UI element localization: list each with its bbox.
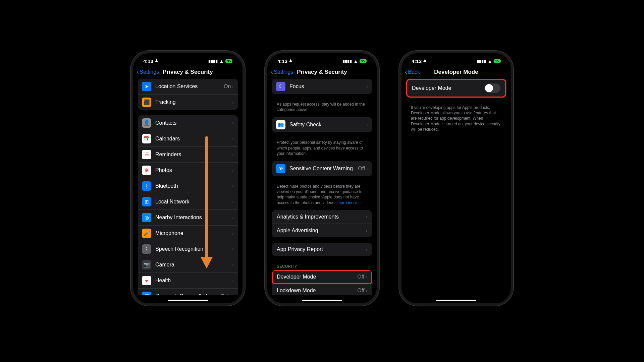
row-apple-advertising[interactable]: Apple Advertising› <box>272 224 372 237</box>
signal-icon: ▮▮▮▮ <box>342 59 352 64</box>
row-microphone[interactable]: 🎤Microphone› <box>138 226 238 241</box>
tracking-icon: ⬛ <box>142 98 151 107</box>
chevron-right-icon: › <box>232 199 234 204</box>
group-security: Developer ModeOff›Lockdown ModeOff› <box>272 270 372 295</box>
row-health[interactable]: ♥Health› <box>138 273 238 289</box>
row-label: Calendars <box>155 136 232 142</box>
row-lockdown-mode[interactable]: Lockdown ModeOff› <box>272 284 372 295</box>
row-developer-mode-toggle[interactable]: Developer Mode <box>407 80 505 97</box>
row-developer-mode[interactable]: Developer ModeOff› <box>272 270 372 284</box>
chevron-right-icon: › <box>366 228 367 233</box>
row-label: Tracking <box>155 99 232 105</box>
group-location: ➤Location ServicesOn›⬛Tracking› <box>138 79 238 110</box>
row-reminders[interactable]: ☰Reminders› <box>138 147 238 163</box>
chevron-right-icon: › <box>232 100 234 105</box>
row-location-services[interactable]: ➤Location ServicesOn› <box>138 79 238 95</box>
home-indicator[interactable] <box>302 300 342 301</box>
chevron-right-icon: › <box>232 120 234 126</box>
back-button[interactable]: ‹ Back <box>405 68 420 76</box>
row-local-network[interactable]: ⊞Local Network› <box>138 194 238 210</box>
battery-icon[interactable]: 95 <box>360 59 367 63</box>
row-analytics-improvements[interactable]: Analytics & Improvements› <box>272 210 372 224</box>
chevron-right-icon: › <box>366 247 367 252</box>
row-focus[interactable]: ☾ Focus › <box>272 79 372 94</box>
row-value: Off <box>357 274 364 280</box>
screen-content[interactable]: ➤Location ServicesOn›⬛Tracking› 👤Contact… <box>133 79 243 295</box>
row-sensitive-content[interactable]: 👁 Sensitive Content Warning Off › <box>272 161 372 176</box>
row-label: Apple Advertising <box>277 228 366 234</box>
row-label: Safety Check <box>289 122 366 128</box>
signal-icon: ▮▮▮▮ <box>477 59 486 64</box>
row-label: Sensitive Content Warning <box>289 166 358 172</box>
chevron-left-icon: ‹ <box>271 68 273 76</box>
chevron-right-icon: › <box>366 122 368 127</box>
wifi-icon: ▲ <box>219 59 224 64</box>
home-indicator[interactable] <box>168 300 208 301</box>
row-label: Speech Recognition <box>155 246 232 252</box>
nav-bar: ‹ Settings Privacy & Security <box>267 66 377 79</box>
back-button[interactable]: ‹ Settings <box>271 68 293 76</box>
eye-icon: 👁 <box>276 164 285 173</box>
chevron-right-icon: › <box>366 214 367 220</box>
photos-icon: ❀ <box>142 166 151 175</box>
screen-content[interactable]: ☾ Focus › As apps request access, they w… <box>267 79 377 295</box>
row-label: Camera <box>155 262 232 268</box>
row-app-privacy-report[interactable]: App Privacy Report › <box>272 243 372 256</box>
chevron-right-icon: › <box>366 166 368 171</box>
row-photos[interactable]: ❀Photos› <box>138 163 238 178</box>
learn-more-link[interactable]: Learn more… <box>336 200 361 205</box>
group-focus: ☾ Focus › <box>272 79 372 94</box>
chevron-right-icon: › <box>366 84 368 89</box>
dynamic-island <box>438 57 475 67</box>
chevron-right-icon: › <box>366 274 367 280</box>
group-sensitive: 👁 Sensitive Content Warning Off › <box>272 161 372 176</box>
nav-bar: ‹ Back Developer Mode <box>401 66 511 79</box>
row-label: Contacts <box>155 120 232 126</box>
back-label: Settings <box>274 69 293 75</box>
home-indicator[interactable] <box>436 300 476 301</box>
row-label: Nearby Interactions <box>155 215 232 221</box>
research-sensor-usage-data-icon: ☰ <box>142 292 151 295</box>
row-camera[interactable]: 📷Camera› <box>138 257 238 273</box>
footnote-focus: As apps request access, they will be add… <box>272 100 372 117</box>
row-label: App Privacy Report <box>277 246 366 252</box>
row-nearby-interactions[interactable]: ◎Nearby Interactions› <box>138 210 238 226</box>
developer-mode-toggle[interactable] <box>484 83 500 93</box>
row-calendars[interactable]: 📅Calendars› <box>138 131 238 147</box>
wifi-icon: ▲ <box>488 59 492 64</box>
location-arrow-icon: ➤ <box>287 57 295 65</box>
group-safety: 👥 Safety Check › <box>272 117 372 132</box>
reminders-icon: ☰ <box>142 150 151 159</box>
footnote-sensitive: Detect nude photos and videos before the… <box>272 182 372 210</box>
chevron-right-icon: › <box>232 152 234 157</box>
phone-3: 4:13 ➤ ▮▮▮▮ ▲ 95 ‹ Back Developer Mode D… <box>399 51 513 306</box>
toggle-knob <box>485 84 493 92</box>
chevron-right-icon: › <box>232 215 234 220</box>
row-label: Reminders <box>155 152 232 158</box>
row-label: Lockdown Mode <box>277 288 357 294</box>
battery-icon[interactable]: 95 <box>225 59 232 63</box>
nearby-interactions-icon: ◎ <box>142 213 151 222</box>
status-time: 4:13 <box>412 58 422 64</box>
page-title: Developer Mode <box>406 69 506 75</box>
row-bluetooth[interactable]: ᛒBluetooth› <box>138 178 238 194</box>
chevron-right-icon: › <box>232 262 234 267</box>
screen-content[interactable]: Developer Mode If you're developing apps… <box>401 79 511 295</box>
group-app-permissions: 👤Contacts›📅Calendars›☰Reminders›❀Photos›… <box>138 115 238 295</box>
row-speech-recognition[interactable]: ⌇Speech Recognition› <box>138 241 238 257</box>
row-safety-check[interactable]: 👥 Safety Check › <box>272 117 372 132</box>
row-label: Focus <box>289 83 366 89</box>
chevron-right-icon: › <box>232 84 234 89</box>
row-research-sensor-usage-data[interactable]: ☰Research Sensor & Usage Data› <box>138 289 238 295</box>
chevron-right-icon: › <box>232 231 234 236</box>
back-button[interactable]: ‹ Settings <box>137 68 159 76</box>
row-tracking[interactable]: ⬛Tracking› <box>138 95 238 110</box>
status-time: 4:13 <box>277 58 287 64</box>
camera-icon: 📷 <box>142 260 151 269</box>
battery-icon[interactable]: 95 <box>494 59 501 63</box>
focus-icon: ☾ <box>276 82 285 91</box>
safety-check-icon: 👥 <box>276 120 285 129</box>
speech-recognition-icon: ⌇ <box>142 244 151 254</box>
row-contacts[interactable]: 👤Contacts› <box>138 115 238 131</box>
phone-1: 4:13 ➤ ▮▮▮▮ ▲ 95 ‹ Settings Privacy & Se… <box>131 51 245 306</box>
